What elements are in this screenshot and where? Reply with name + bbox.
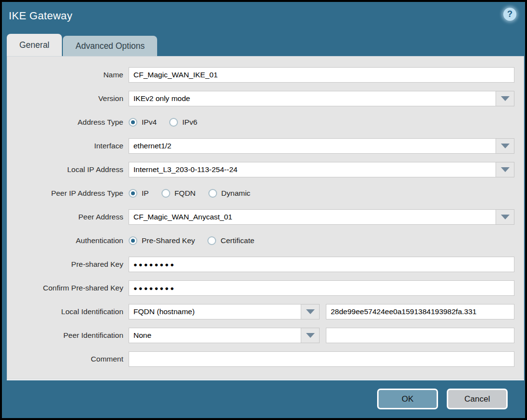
pre-shared-key-label: Pre-shared Key <box>7 260 129 269</box>
radio-fqdn[interactable] <box>161 189 170 198</box>
peer-identification-dropdown-arrow-icon[interactable] <box>301 328 320 343</box>
general-tab-panel: Name CF_Magic_WAN_IKE_01 Version IKEv2 o… <box>7 56 524 380</box>
pre-shared-key-row: Pre-shared Key ●●●●●●●● <box>7 257 514 272</box>
address-type-label: Address Type <box>7 118 129 127</box>
interface-dropdown-arrow-icon[interactable] <box>496 138 514 154</box>
local-ip-address-select-value[interactable]: Internet_L3_203-0-113-254--24 <box>129 162 496 177</box>
local-identification-row: Local Identification FQDN (hostname) 28d… <box>7 304 514 319</box>
radio-certificate[interactable] <box>207 236 216 245</box>
radio-ipv4[interactable] <box>129 118 137 127</box>
dialog-title: IKE Gateway <box>9 10 73 22</box>
help-icon[interactable]: ? <box>503 8 516 21</box>
peer-ip-address-type-label: Peer IP Address Type <box>7 189 129 198</box>
ike-gateway-dialog: IKE Gateway ? General Advanced Options N… <box>0 0 527 420</box>
local-ip-address-label: Local IP Address <box>7 165 129 174</box>
version-select-value[interactable]: IKEv2 only mode <box>129 91 496 106</box>
comment-label: Comment <box>7 355 129 363</box>
local-identification-type-select-value[interactable]: FQDN (hostname) <box>129 304 301 319</box>
radio-dynamic-label[interactable]: Dynamic <box>221 189 250 198</box>
peer-identification-value-input[interactable] <box>326 328 514 343</box>
peer-address-dropdown-arrow-icon[interactable] <box>496 209 514 225</box>
version-row: Version IKEv2 only mode <box>7 91 514 106</box>
name-label: Name <box>7 71 129 79</box>
radio-ipv4-label[interactable]: IPv4 <box>142 118 157 127</box>
authentication-row: Authentication Pre-Shared Key Certificat… <box>7 233 514 248</box>
tab-advanced-options[interactable]: Advanced Options <box>63 36 157 56</box>
peer-identification-type-select-value[interactable]: None <box>129 328 301 343</box>
cancel-button[interactable]: Cancel <box>447 389 508 409</box>
version-label: Version <box>7 94 129 103</box>
local-identification-value-input[interactable]: 28de99ee57424ee0a1591384193982fa.331 <box>326 304 514 319</box>
confirm-pre-shared-key-row: Confirm Pre-shared Key ●●●●●●●● <box>7 280 514 296</box>
peer-identification-row: Peer Identification None <box>7 328 514 343</box>
peer-address-label: Peer Address <box>7 213 129 221</box>
comment-input[interactable] <box>129 351 514 367</box>
local-ip-address-row: Local IP Address Internet_L3_203-0-113-2… <box>7 162 514 177</box>
peer-ip-address-type-row: Peer IP Address Type IP FQDN Dynamic <box>7 186 514 201</box>
local-ip-address-dropdown-arrow-icon[interactable] <box>496 162 514 177</box>
dialog-footer: OK Cancel <box>2 380 525 418</box>
local-identification-label: Local Identification <box>7 307 129 316</box>
radio-ip[interactable] <box>129 189 137 198</box>
radio-dynamic[interactable] <box>208 189 217 198</box>
tab-bar: General Advanced Options <box>7 34 157 56</box>
dialog-titlebar: IKE Gateway ? <box>2 2 525 30</box>
comment-row: Comment <box>7 351 514 367</box>
interface-row: Interface ethernet1/2 <box>7 138 514 154</box>
radio-ip-label[interactable]: IP <box>142 189 149 198</box>
pre-shared-key-input[interactable]: ●●●●●●●● <box>129 257 514 272</box>
radio-ipv6[interactable] <box>169 118 178 127</box>
authentication-label: Authentication <box>7 236 129 245</box>
confirm-pre-shared-key-input[interactable]: ●●●●●●●● <box>129 280 514 296</box>
address-type-row: Address Type IPv4 IPv6 <box>7 115 514 130</box>
confirm-pre-shared-key-label: Confirm Pre-shared Key <box>7 284 129 292</box>
peer-address-select-value[interactable]: CF_Magic_WAN_Anycast_01 <box>129 209 496 225</box>
radio-ipv6-label[interactable]: IPv6 <box>182 118 197 127</box>
radio-pre-shared-key[interactable] <box>129 236 137 245</box>
radio-fqdn-label[interactable]: FQDN <box>175 189 196 198</box>
name-input[interactable]: CF_Magic_WAN_IKE_01 <box>129 67 514 83</box>
radio-pre-shared-key-label[interactable]: Pre-Shared Key <box>142 236 195 245</box>
peer-address-row: Peer Address CF_Magic_WAN_Anycast_01 <box>7 209 514 225</box>
peer-identification-label: Peer Identification <box>7 331 129 340</box>
name-row: Name CF_Magic_WAN_IKE_01 <box>7 67 514 83</box>
radio-certificate-label[interactable]: Certificate <box>220 236 254 245</box>
local-identification-dropdown-arrow-icon[interactable] <box>301 304 320 319</box>
interface-select-value[interactable]: ethernet1/2 <box>129 138 496 154</box>
tab-general[interactable]: General <box>7 34 62 56</box>
interface-label: Interface <box>7 142 129 150</box>
ok-button[interactable]: OK <box>377 389 438 409</box>
version-dropdown-arrow-icon[interactable] <box>496 91 514 106</box>
